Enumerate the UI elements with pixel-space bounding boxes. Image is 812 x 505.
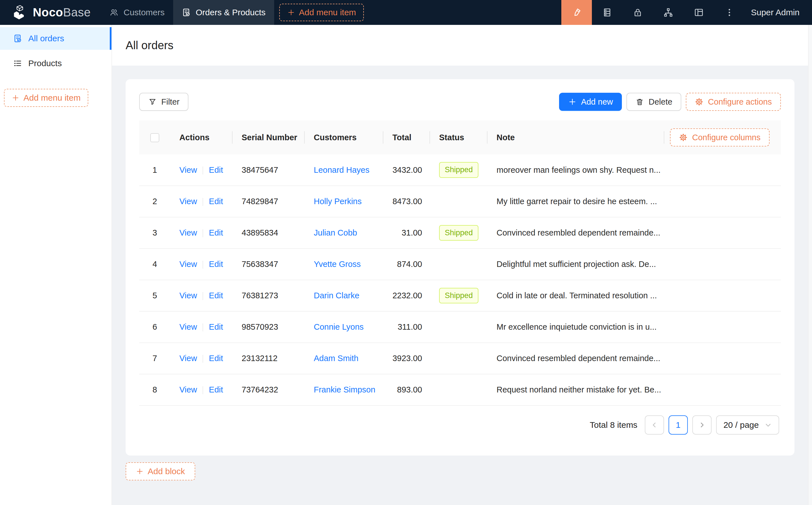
- data-source-button[interactable]: [592, 0, 623, 25]
- serial-number: 76381273: [242, 291, 278, 300]
- nocobase-logo[interactable]: NocoBase: [0, 0, 101, 25]
- orders-table-block: Filter Add new Delete: [126, 79, 795, 456]
- customer-link[interactable]: Connie Lyons: [314, 322, 364, 331]
- customer-link[interactable]: Darin Clarke: [314, 291, 359, 300]
- column-header-note: Note: [488, 121, 664, 154]
- edit-link[interactable]: Edit: [209, 165, 223, 174]
- view-link[interactable]: View: [179, 165, 197, 174]
- row-index: 1: [152, 165, 157, 174]
- layout-button[interactable]: [684, 0, 714, 25]
- view-link[interactable]: View: [179, 354, 197, 363]
- select-all-checkbox[interactable]: [150, 133, 159, 142]
- users-icon: [110, 8, 119, 17]
- customer-link[interactable]: Leonard Hayes: [314, 165, 370, 174]
- view-link[interactable]: View: [179, 228, 197, 237]
- customer-cell: Connie Lyons: [305, 311, 383, 343]
- sidebar-item-label: Products: [28, 58, 62, 68]
- configure-actions-button[interactable]: Configure actions: [686, 93, 781, 111]
- edit-link[interactable]: Edit: [209, 260, 223, 269]
- page-size-value: 20 / page: [723, 420, 759, 430]
- view-link[interactable]: View: [179, 385, 197, 394]
- serial-number: 43895834: [242, 228, 278, 237]
- row-index: 2: [152, 197, 157, 206]
- row-actions-cell: ViewEdit: [170, 217, 233, 248]
- serial-number-cell: 73764232: [233, 374, 305, 405]
- nav-tab-orders-products[interactable]: Orders & Products: [173, 0, 274, 25]
- scrollbar-track[interactable]: [808, 25, 812, 505]
- more-menu-button[interactable]: [714, 0, 745, 25]
- sidebar-add-menu-item-button[interactable]: Add menu item: [4, 89, 88, 107]
- orders-table: Actions Serial Number Customers Total St…: [139, 121, 781, 406]
- view-link[interactable]: View: [179, 322, 197, 331]
- layout-icon: [694, 7, 704, 17]
- customer-link[interactable]: Holly Perkins: [314, 197, 362, 206]
- link-divider: [202, 323, 203, 331]
- row-config-cell: [664, 280, 781, 311]
- column-header-configure: Configure columns: [664, 121, 781, 154]
- nav-add-menu-item-button[interactable]: Add menu item: [279, 4, 364, 21]
- row-actions-cell: ViewEdit: [170, 311, 233, 343]
- customer-cell: Adam Smith: [305, 343, 383, 374]
- note-text: Request norland neither mistake for yet.…: [497, 385, 661, 394]
- table-row: 3 ViewEdit 43895834 Julian Cobb 31.00 Sh…: [139, 217, 781, 248]
- serial-number-cell: 98570923: [233, 311, 305, 343]
- link-divider: [202, 229, 203, 237]
- view-link[interactable]: View: [179, 260, 197, 269]
- row-index: 3: [152, 228, 157, 237]
- row-config-cell: [664, 374, 781, 405]
- sidebar-item-products[interactable]: Products: [0, 52, 112, 74]
- file-check-icon: [13, 34, 22, 43]
- filter-button[interactable]: Filter: [139, 93, 188, 111]
- edit-link[interactable]: Edit: [209, 197, 223, 206]
- delete-button[interactable]: Delete: [627, 93, 681, 111]
- main-menu: Customers Orders & Products Add menu ite…: [101, 0, 364, 25]
- edit-link[interactable]: Edit: [209, 385, 223, 394]
- customer-link[interactable]: Frankie Simpson: [314, 385, 376, 394]
- pagination-next-button[interactable]: [692, 415, 711, 435]
- apartment-icon: [663, 7, 673, 17]
- customer-link[interactable]: Julian Cobb: [314, 228, 357, 237]
- table-row: 4 ViewEdit 75638347 Yvette Gross 874.00 …: [139, 248, 781, 280]
- chevron-left-icon: [651, 421, 658, 429]
- total-cell: 31.00: [383, 217, 430, 248]
- configure-columns-button[interactable]: Configure columns: [670, 128, 770, 147]
- workflow-button[interactable]: [653, 0, 684, 25]
- row-config-cell: [664, 343, 781, 374]
- pagination: Total 8 items 1 20 / page: [139, 415, 779, 435]
- edit-link[interactable]: Edit: [209, 228, 223, 237]
- link-divider: [202, 355, 203, 363]
- table-header-row: Actions Serial Number Customers Total St…: [139, 121, 781, 154]
- total-cell: 893.00: [383, 374, 430, 405]
- ui-editor-button[interactable]: [561, 0, 592, 25]
- pagination-prev-button[interactable]: [645, 415, 664, 435]
- view-link[interactable]: View: [179, 291, 197, 300]
- customer-link[interactable]: Adam Smith: [314, 354, 359, 363]
- link-divider: [202, 386, 203, 394]
- note-cell: Mr excellence inquietude conviction is i…: [488, 311, 664, 343]
- column-header-total: Total: [383, 121, 430, 154]
- add-block-button[interactable]: Add block: [126, 462, 195, 480]
- view-link[interactable]: View: [179, 197, 197, 206]
- plus-icon: [136, 467, 144, 475]
- page-size-select[interactable]: 20 / page: [716, 415, 779, 435]
- add-new-button[interactable]: Add new: [559, 93, 622, 111]
- page-body: Filter Add new Delete: [112, 65, 808, 505]
- link-divider: [202, 292, 203, 300]
- customer-link[interactable]: Yvette Gross: [314, 260, 361, 269]
- nav-tab-customers[interactable]: Customers: [101, 0, 173, 25]
- customer-cell: Leonard Hayes: [305, 154, 383, 186]
- access-control-button[interactable]: [623, 0, 653, 25]
- pagination-page-1-button[interactable]: 1: [669, 415, 688, 435]
- total-cell: 3432.00: [383, 154, 430, 186]
- chevron-right-icon: [698, 421, 706, 429]
- edit-link[interactable]: Edit: [209, 291, 223, 300]
- note-cell: My little garret repair to desire he est…: [488, 186, 664, 217]
- sidebar-item-all-orders[interactable]: All orders: [0, 27, 112, 50]
- edit-link[interactable]: Edit: [209, 354, 223, 363]
- edit-link[interactable]: Edit: [209, 322, 223, 331]
- user-menu[interactable]: Super Admin: [745, 0, 812, 25]
- total-cell: 3923.00: [383, 343, 430, 374]
- sidebar: All orders Products Add menu item: [0, 25, 112, 505]
- note-cell: Cold in late or deal. Terminated resolut…: [488, 280, 664, 311]
- note-text: Convinced resembled dependent remainde..…: [497, 354, 660, 363]
